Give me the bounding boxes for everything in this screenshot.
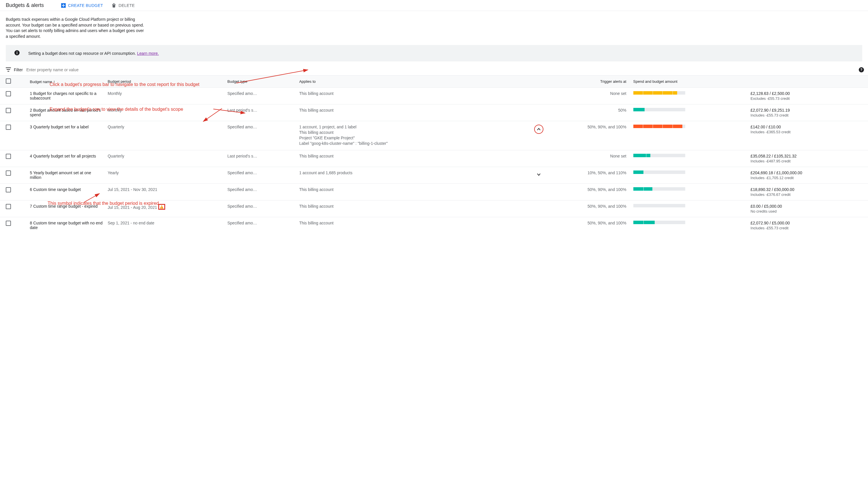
trigger-cell: 50%, 90%, and 100%	[553, 184, 631, 201]
page-header: Budgets & alerts CREATE BUDGET DELETE	[0, 0, 868, 11]
progress-bar[interactable]	[633, 154, 685, 157]
trigger-cell: None set	[553, 150, 631, 167]
applies-to-cell: This billing account	[297, 184, 525, 201]
budget-period-cell: Yearly	[105, 167, 225, 184]
table-row[interactable]: 3 Quarterly budget set for a labelQuarte…	[0, 121, 868, 150]
plus-icon	[61, 3, 66, 8]
budget-name-cell[interactable]: 7 Custom time range budget - expired	[28, 201, 106, 217]
budget-type-cell: Specified amo…	[225, 121, 297, 150]
budget-period-cell: Sep 1, 2021 - no end date	[105, 217, 225, 234]
budget-type-cell: Specified amo…	[225, 217, 297, 234]
col-period-header[interactable]: Budget period	[105, 75, 225, 88]
col-spend-header[interactable]: Spend and budget amount	[631, 75, 748, 88]
row-checkbox[interactable]	[6, 125, 11, 130]
budget-type-cell: Specified amo…	[225, 88, 297, 104]
svg-rect-5	[17, 51, 17, 52]
trigger-cell: 50%, 90%, and 100%	[553, 121, 631, 150]
row-checkbox[interactable]	[6, 187, 11, 192]
budgets-table: Budget name ↑ Budget period Budget type …	[0, 75, 868, 234]
budget-name-cell[interactable]: 5 Yearly budget amount set at one millio…	[28, 167, 106, 184]
filter-input[interactable]	[26, 67, 862, 72]
select-all-checkbox[interactable]	[6, 79, 11, 84]
amount-cell: £35,058.22 / £105,321.32Includes -£487.9…	[748, 150, 868, 167]
progress-cell	[631, 217, 748, 234]
progress-bar[interactable]	[633, 108, 685, 112]
applies-to-cell: 1 account, 1 project, and 1 labelThis bi…	[297, 121, 525, 150]
progress-cell	[631, 121, 748, 150]
expired-warning-icon	[158, 204, 165, 210]
progress-bar[interactable]	[633, 187, 685, 191]
budget-period-cell: Jul 15, 2021 - Aug 20, 2021	[105, 201, 225, 217]
budget-name-cell[interactable]: 3 Quarterly budget set for a label	[28, 121, 106, 150]
applies-to-cell: This billing account	[297, 88, 525, 104]
col-trigger-header[interactable]: Trigger alerts at	[553, 75, 631, 88]
progress-cell	[631, 167, 748, 184]
table-row[interactable]: 8 Custom time range budget with no end d…	[0, 217, 868, 234]
filter-bar: Filter ?	[0, 64, 868, 75]
budget-name-cell[interactable]: 2 Budget amount based on last period's s…	[28, 104, 106, 121]
row-checkbox[interactable]	[6, 204, 11, 209]
expand-cell	[525, 150, 553, 167]
amount-cell: £204,690.18 / £1,000,000.00Includes -£1,…	[748, 167, 868, 184]
info-icon	[14, 50, 20, 56]
progress-bar[interactable]	[633, 221, 685, 224]
progress-bar[interactable]	[633, 170, 685, 174]
svg-rect-10	[161, 208, 162, 208]
table-row[interactable]: 2 Budget amount based on last period's s…	[0, 104, 868, 121]
budget-type-cell: Specified amo…	[225, 167, 297, 184]
trigger-cell: 50%, 90%, and 100%	[553, 217, 631, 234]
col-name-label: Budget name	[30, 80, 52, 84]
budget-type-cell: Last period's s…	[225, 104, 297, 121]
progress-bar[interactable]	[633, 204, 685, 207]
budget-name-cell[interactable]: 4 Quarterly budget set for all projects	[28, 150, 106, 167]
collapse-button-highlighted[interactable]	[534, 125, 544, 134]
row-checkbox[interactable]	[6, 108, 11, 113]
svg-rect-2	[62, 5, 65, 6]
progress-cell	[631, 201, 748, 217]
applies-to-cell: This billing account	[297, 150, 525, 167]
budget-type-cell: Specified amo…	[225, 201, 297, 217]
progress-bar[interactable]	[633, 125, 685, 128]
amount-cell: £0.00 / £5,000.00No credits used	[748, 201, 868, 217]
budget-type-cell: Specified amo…	[225, 184, 297, 201]
budget-name-cell[interactable]: 6 Custom time range budget	[28, 184, 106, 201]
trigger-cell: None set	[553, 88, 631, 104]
expand-cell	[525, 121, 553, 150]
delete-button[interactable]: DELETE	[111, 3, 135, 8]
amount-cell: £2,128.63 / £2,500.00Excludes -£55.73 cr…	[748, 88, 868, 104]
budget-name-cell[interactable]: 8 Custom time range budget with no end d…	[28, 217, 106, 234]
row-checkbox[interactable]	[6, 221, 11, 226]
page-title: Budgets & alerts	[6, 2, 44, 8]
row-checkbox[interactable]	[6, 154, 11, 159]
col-name-header[interactable]: Budget name ↑	[28, 75, 106, 88]
table-row[interactable]: 5 Yearly budget amount set at one millio…	[0, 167, 868, 184]
budget-name-cell[interactable]: 1 Budget for charges not specific to a s…	[28, 88, 106, 104]
row-checkbox[interactable]	[6, 170, 11, 176]
expand-cell	[525, 104, 553, 121]
learn-more-link[interactable]: Learn more.	[137, 51, 159, 56]
progress-cell	[631, 88, 748, 104]
col-applies-header[interactable]: Applies to	[297, 75, 525, 88]
table-row[interactable]: 7 Custom time range budget - expiredJul …	[0, 201, 868, 217]
amount-cell: £2,072.90 / £5,000.00Includes -£55.73 cr…	[748, 217, 868, 234]
page-description: Budgets track expenses within a Google C…	[0, 11, 150, 42]
applies-to-cell: 1 account and 1,685 products	[297, 167, 525, 184]
amount-cell: £18,890.32 / £50,000.00Includes -£376.67…	[748, 184, 868, 201]
expand-cell	[525, 88, 553, 104]
row-checkbox[interactable]	[6, 91, 11, 96]
expand-button[interactable]	[535, 170, 543, 178]
col-type-header[interactable]: Budget type	[225, 75, 297, 88]
svg-rect-8	[7, 71, 9, 71]
delete-label: DELETE	[119, 3, 135, 8]
header-actions: CREATE BUDGET DELETE	[61, 3, 135, 8]
amount-cell: £2,072.90 / £9,251.19Includes -£55.73 cr…	[748, 104, 868, 121]
create-budget-button[interactable]: CREATE BUDGET	[61, 3, 103, 8]
filter-label: Filter	[14, 68, 23, 72]
table-row[interactable]: 6 Custom time range budgetJul 15, 2021 -…	[0, 184, 868, 201]
table-row[interactable]: 4 Quarterly budget set for all projectsQ…	[0, 150, 868, 167]
help-icon[interactable]: ?	[859, 67, 864, 72]
table-row[interactable]: 1 Budget for charges not specific to a s…	[0, 88, 868, 104]
applies-to-cell: This billing account	[297, 201, 525, 217]
expand-cell	[525, 167, 553, 184]
progress-bar[interactable]	[633, 91, 685, 95]
